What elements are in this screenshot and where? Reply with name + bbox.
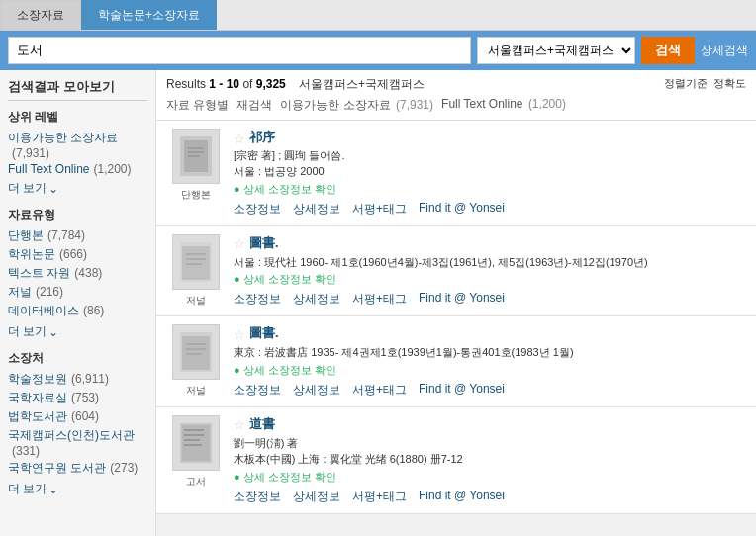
result-item: 저널 ☆ 圖書. 서울 : 現代社 1960- 제1호(1960년4월)-제3집… [156, 226, 756, 317]
star-icon-2[interactable]: ☆ [234, 236, 245, 251]
result-meta-4: 劉一明(淸) 著 木板本(中國) 上海 : 翼化堂 光绪 6(1880) 册7-… [234, 435, 746, 468]
result-item: 고서 ☆ 道書 劉一明(淸) 著 木板本(中國) 上海 : 翼化堂 光绪 6(1… [156, 407, 756, 514]
svg-rect-17 [184, 429, 204, 431]
result-thumbnail-1: 단행본 [166, 129, 226, 202]
star-icon-4[interactable]: ☆ [234, 417, 245, 432]
sidebar-more-top-level[interactable]: 더 보기 ⌄ [8, 180, 147, 197]
sidebar-section-top-level: 상위 레벨 이용가능한 소장자료(7,931) Full Text Online… [8, 109, 147, 197]
action-findit-1[interactable]: Find it @ Yonsei [419, 201, 505, 218]
thumb-label-2: 저널 [186, 294, 206, 308]
sidebar-title: 검색결과 모아보기 [8, 78, 147, 101]
action-holding-3[interactable]: 소장정보 [234, 382, 281, 399]
search-input[interactable] [8, 37, 471, 64]
sidebar-item-loc5[interactable]: 국학연구원 도서관(273) [8, 460, 147, 477]
result-actions-2: 소장정보 상세정보 서평+태그 Find it @ Yonsei [234, 291, 746, 308]
action-findit-4[interactable]: Find it @ Yonsei [419, 489, 505, 505]
sidebar-item-thesis[interactable]: 학위논문(666) [8, 246, 147, 263]
result-item: 단행본 ☆ 祁序 [宗密 著] ; 圓珣 들어씀. 서울 : 법공양 2000 … [156, 121, 756, 226]
thumbnail-image-1 [172, 129, 220, 184]
sidebar-item-journal[interactable]: 저널(216) [8, 284, 147, 301]
sidebar-more-location[interactable]: 더 보기 ⌄ [8, 481, 147, 497]
tab-journal-library[interactable]: 학술논문+소장자료 [81, 0, 217, 30]
result-actions-1: 소장정보 상세정보 서평+태그 Find it @ Yonsei [234, 201, 746, 218]
action-detail-3[interactable]: 상세정보 [293, 382, 340, 399]
sidebar-item-book[interactable]: 단행본(7,784) [8, 227, 147, 244]
filter-type-label: 자료 유형별 [166, 97, 229, 114]
star-icon-3[interactable]: ☆ [234, 327, 245, 342]
result-content-3: ☆ 圖書. 東京 : 岩波書店 1935- 제4권제1호(1939년1월)-통권… [234, 324, 746, 399]
search-button[interactable]: 검색 [641, 37, 695, 64]
star-icon-1[interactable]: ☆ [234, 132, 245, 146]
result-title-4[interactable]: 道書 [249, 415, 275, 433]
action-holding-4[interactable]: 소장정보 [234, 489, 281, 505]
result-status-2[interactable]: 상세 소장정보 확인 [234, 272, 746, 287]
sidebar-section-location: 소장처 학술정보원(6,911) 국학자료실(753) 법학도서관(604) 국… [8, 350, 147, 497]
svg-rect-11 [182, 336, 210, 370]
result-status-4[interactable]: 상세 소장정보 확인 [234, 470, 746, 485]
filter-re-search[interactable]: 재검색 [236, 97, 272, 114]
result-actions-3: 소장정보 상세정보 서평+태그 Find it @ Yonsei [234, 382, 746, 399]
sidebar-item-loc3[interactable]: 법학도서관(604) [8, 408, 147, 425]
thumbnail-image-4 [172, 415, 220, 471]
action-detail-2[interactable]: 상세정보 [293, 291, 340, 308]
sidebar-item-loc4[interactable]: 국제캠퍼스(인천)도서관(331) [8, 427, 147, 458]
result-content-4: ☆ 道書 劉一明(淸) 著 木板本(中國) 上海 : 翼化堂 光绪 6(1880… [234, 415, 746, 505]
campus-select[interactable]: 서울캠퍼스+국제캠퍼스 [477, 37, 635, 64]
action-detail-4[interactable]: 상세정보 [293, 489, 340, 505]
filter-row: 자료 유형별 재검색 이용가능한 소장자료 (7,931) Full Text … [166, 97, 746, 114]
action-review-2[interactable]: 서평+태그 [352, 291, 407, 308]
main-layout: 검색결과 모아보기 상위 레벨 이용가능한 소장자료(7,931) Full T… [0, 70, 756, 536]
results-header: Results 1 - 10 of 9,325 서울캠퍼스+국제캠퍼스 정렬기준… [156, 70, 756, 121]
sidebar-item-loc1[interactable]: 학술정보원(6,911) [8, 371, 147, 388]
action-review-1[interactable]: 서평+태그 [352, 201, 407, 218]
sidebar-item-fulltext-online[interactable]: Full Text Online(1,200) [8, 162, 147, 176]
sidebar-item-text-resource[interactable]: 텍스트 자원(438) [8, 265, 147, 282]
sidebar: 검색결과 모아보기 상위 레벨 이용가능한 소장자료(7,931) Full T… [0, 70, 156, 536]
result-content-2: ☆ 圖書. 서울 : 現代社 1960- 제1호(1960년4월)-제3집(19… [234, 234, 746, 309]
results-area: Results 1 - 10 of 9,325 서울캠퍼스+국제캠퍼스 정렬기준… [156, 70, 756, 536]
filter-fulltext-online[interactable]: Full Text Online (1,200) [441, 97, 566, 114]
result-thumbnail-2: 저널 [166, 234, 226, 308]
advanced-search-link[interactable]: 상세검색 [701, 43, 748, 59]
result-meta-2: 서울 : 現代社 1960- 제1호(1960년4월)-제3집(1961년), … [234, 254, 746, 271]
sidebar-section-title-material-type: 자료유형 [8, 207, 147, 223]
svg-rect-19 [184, 439, 200, 441]
action-review-3[interactable]: 서평+태그 [352, 382, 407, 399]
sidebar-section-title-location: 소장처 [8, 350, 147, 367]
result-status-3[interactable]: 상세 소장정보 확인 [234, 363, 746, 378]
svg-rect-6 [182, 246, 210, 280]
result-title-3[interactable]: 圖書. [249, 324, 279, 342]
result-thumbnail-4: 고서 [166, 415, 226, 489]
sidebar-section-material-type: 자료유형 단행본(7,784) 학위논문(666) 텍스트 자원(438) 저널… [8, 207, 147, 340]
action-findit-2[interactable]: Find it @ Yonsei [419, 291, 505, 308]
result-title-2[interactable]: 圖書. [249, 234, 279, 252]
result-item: 저널 ☆ 圖書. 東京 : 岩波書店 1935- 제4권제1호(1939년1월)… [156, 316, 756, 407]
sidebar-more-material-type[interactable]: 더 보기 ⌄ [8, 323, 147, 340]
sidebar-section-title-top-level: 상위 레벨 [8, 109, 147, 126]
action-detail-1[interactable]: 상세정보 [293, 201, 340, 218]
result-content-1: ☆ 祁序 [宗密 著] ; 圓珣 들어씀. 서울 : 법공양 2000 상세 소… [234, 129, 746, 218]
sort-label[interactable]: 정렬기준: 정확도 [664, 76, 746, 91]
thumb-label-3: 저널 [186, 384, 206, 398]
filter-available[interactable]: 이용가능한 소장자료 (7,931) [280, 97, 433, 114]
result-title-1[interactable]: 祁序 [249, 129, 275, 146]
action-holding-2[interactable]: 소장정보 [234, 291, 281, 308]
thumb-label-1: 단행본 [181, 188, 211, 202]
result-actions-4: 소장정보 상세정보 서평+태그 Find it @ Yonsei [234, 489, 746, 505]
result-status-1[interactable]: 상세 소장정보 확인 [234, 182, 746, 197]
result-bracket-1: [宗密 著] ; 圓珣 들어씀. [234, 148, 746, 163]
action-findit-3[interactable]: Find it @ Yonsei [419, 382, 505, 399]
sidebar-item-database[interactable]: 데이터베이스(86) [8, 303, 147, 319]
results-summary: Results 1 - 10 of 9,325 서울캠퍼스+국제캠퍼스 정렬기준… [166, 76, 746, 93]
svg-rect-20 [184, 444, 202, 446]
tab-library[interactable]: 소장자료 [0, 0, 81, 30]
thumb-label-4: 고서 [186, 475, 206, 489]
sidebar-item-available[interactable]: 이용가능한 소장자료(7,931) [8, 130, 147, 160]
sidebar-item-loc2[interactable]: 국학자료실(753) [8, 390, 147, 406]
action-holding-1[interactable]: 소장정보 [234, 201, 281, 218]
action-review-4[interactable]: 서평+태그 [352, 489, 407, 505]
result-thumbnail-3: 저널 [166, 324, 226, 398]
result-meta-3: 東京 : 岩波書店 1935- 제4권제1호(1939년1월)-통권401호(1… [234, 344, 746, 361]
search-bar: 서울캠퍼스+국제캠퍼스 검색 상세검색 [0, 31, 756, 70]
thumbnail-image-2 [172, 234, 220, 290]
